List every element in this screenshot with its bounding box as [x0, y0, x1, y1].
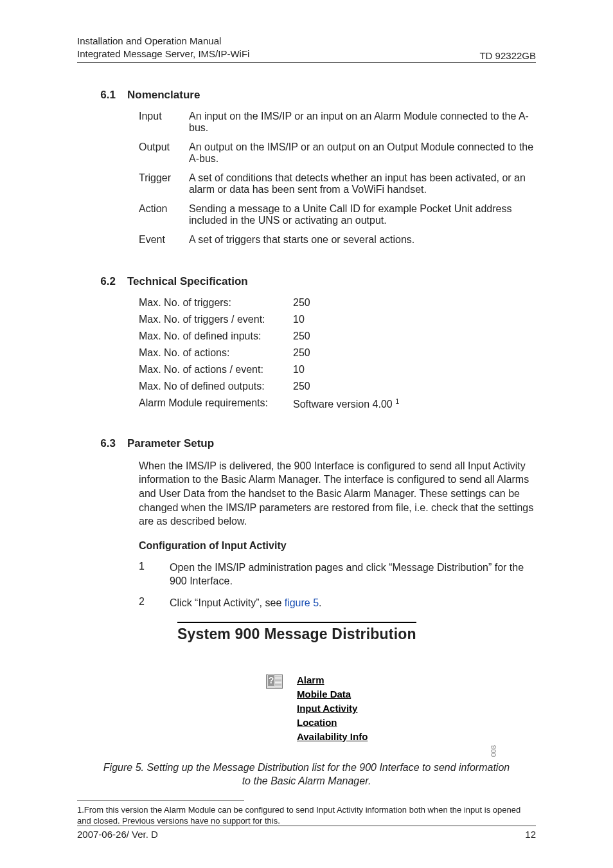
section-number: 6.1 — [77, 89, 127, 102]
spec-label: Max. No. of actions / event: — [139, 364, 293, 375]
footnote-ref-icon: 1 — [395, 397, 399, 405]
def-term: Trigger — [139, 172, 189, 195]
help-drag-icon — [266, 674, 283, 689]
section-6-2-heading: 6.2 Technical Specification — [77, 275, 536, 288]
def-term: Action — [139, 203, 189, 226]
figure-link-mobile-data[interactable]: Mobile Data — [297, 689, 368, 700]
header-doc-id: TD 92322GB — [479, 50, 536, 61]
step-text-post: . — [319, 597, 321, 608]
spec-row: Max. No of defined outputs: 250 — [139, 381, 536, 392]
footnote-rule — [77, 800, 244, 800]
figure-5: System 900 Message Distribution Alarm Mo… — [139, 622, 536, 757]
spec-row: Max. No. of actions: 250 — [139, 347, 536, 359]
alarm-value-text: Software version 4.00 — [293, 399, 395, 410]
footer-page-number: 12 — [525, 829, 536, 840]
figure-link-input-activity[interactable]: Input Activity — [297, 703, 368, 714]
def-desc: An output on the IMS/IP or an output on … — [189, 141, 536, 165]
footer-date-version: 2007-06-26/ Ver. D — [77, 829, 158, 840]
def-term: Event — [139, 234, 189, 246]
def-row: Action Sending a message to a Unite Call… — [139, 203, 536, 226]
spec-row: Max. No. of actions / event: 10 — [139, 364, 536, 375]
def-row: Event A set of triggers that starts one … — [139, 234, 536, 246]
step-text-pre: Click “Input Activity”, see — [170, 597, 285, 608]
intro-paragraph: When the IMS/IP is delivered, the 900 In… — [139, 459, 536, 529]
def-desc: An input on the IMS/IP or an input on an… — [189, 111, 536, 134]
def-desc: A set of triggers that starts one or sev… — [189, 234, 536, 246]
figure-link[interactable]: figure 5 — [285, 597, 319, 608]
def-term: Input — [139, 111, 189, 134]
def-term: Output — [139, 141, 189, 165]
figure-title: System 900 Message Distribution — [177, 626, 416, 643]
step-text: Click “Input Activity”, see figure 5. — [170, 596, 536, 610]
header-line2: Integrated Message Server, IMS/IP-WiFi — [77, 48, 249, 60]
figure-link-location[interactable]: Location — [297, 717, 368, 728]
spec-row: Max. No. of triggers / event: 10 — [139, 314, 536, 325]
spec-label: Max. No. of actions: — [139, 347, 293, 359]
figure-link-alarm[interactable]: Alarm — [297, 674, 368, 685]
spec-label: Max. No. of triggers / event: — [139, 314, 293, 325]
step-number: 1 — [139, 561, 170, 588]
figure-link-availability-info[interactable]: Availability Info — [297, 731, 368, 742]
section-title: Nomenclature — [127, 89, 200, 102]
spec-value: 10 — [293, 364, 305, 375]
footnote-1: 1.From this version the Alarm Module can… — [77, 804, 536, 827]
section-number: 6.2 — [77, 275, 127, 288]
header-line1: Installation and Operation Manual — [77, 35, 249, 48]
spec-value: 250 — [293, 330, 310, 342]
spec-label: Max. No of defined outputs: — [139, 381, 293, 392]
def-row: Trigger A set of conditions that detects… — [139, 172, 536, 195]
section-6-1-heading: 6.1 Nomenclature — [77, 89, 536, 102]
spec-label: Max. No. of triggers: — [139, 297, 293, 309]
def-row: Input An input on the IMS/IP or an input… — [139, 111, 536, 134]
spec-row: Max. No. of triggers: 250 — [139, 297, 536, 309]
nomenclature-list: Input An input on the IMS/IP or an input… — [139, 111, 536, 246]
section-6-3-heading: 6.3 Parameter Setup — [77, 437, 536, 450]
figure-caption: Figure 5. Setting up the Message Distrib… — [103, 761, 510, 788]
spec-value: 250 — [293, 381, 310, 392]
spec-value: Software version 4.00 1 — [293, 397, 399, 410]
def-desc: Sending a message to a Unite Call ID for… — [189, 203, 536, 226]
page-footer: 2007-06-26/ Ver. D 12 — [77, 826, 536, 840]
section-number: 6.3 — [77, 437, 127, 450]
step-row: 2 Click “Input Activity”, see figure 5. — [139, 596, 536, 610]
def-desc: A set of conditions that detects whether… — [189, 172, 536, 195]
spec-value: 250 — [293, 347, 310, 359]
spec-row-alarm: Alarm Module requirements: Software vers… — [139, 397, 536, 410]
tech-spec-table: Max. No. of triggers: 250 Max. No. of tr… — [139, 297, 536, 410]
config-subheading: Configuration of Input Activity — [139, 540, 536, 552]
spec-row: Max. No. of defined inputs: 250 — [139, 330, 536, 342]
step-row: 1 Open the IMS/IP administration pages a… — [139, 561, 536, 588]
spec-value: 10 — [293, 314, 305, 325]
def-row: Output An output on the IMS/IP or an out… — [139, 141, 536, 165]
figure-marker: 008 — [490, 745, 497, 757]
step-text: Open the IMS/IP administration pages and… — [170, 561, 536, 588]
spec-value: 250 — [293, 297, 310, 309]
section-title: Technical Specification — [127, 275, 248, 288]
spec-label: Alarm Module requirements: — [139, 397, 293, 410]
page-header: Installation and Operation Manual Integr… — [77, 35, 536, 63]
spec-label: Max. No. of defined inputs: — [139, 330, 293, 342]
step-number: 2 — [139, 596, 170, 610]
section-title: Parameter Setup — [127, 437, 214, 450]
